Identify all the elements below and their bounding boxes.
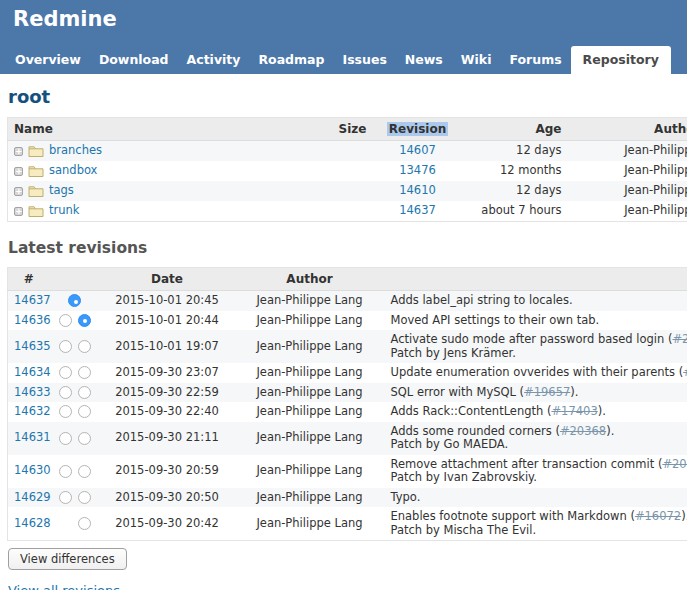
- rev-from-radio[interactable]: [59, 491, 72, 504]
- rev-to-radio[interactable]: [78, 386, 91, 399]
- rev-from-radio[interactable]: [59, 405, 72, 418]
- closed-issue-link[interactable]: #203: [662, 457, 687, 471]
- entry-age: 12 days: [458, 181, 568, 201]
- tab-overview[interactable]: Overview: [6, 46, 90, 74]
- directory-link[interactable]: branches: [49, 144, 102, 158]
- radio-group: [56, 340, 94, 353]
- rev-to-radio[interactable]: [78, 366, 91, 379]
- changeset-link[interactable]: 14628: [14, 516, 51, 530]
- repo-entry-row: +tags1461012 daysJean-Philippe Lang: [8, 181, 687, 201]
- rev-to-radio[interactable]: [78, 517, 91, 530]
- changeset-comment: Adds Rack::ContentLength (#17403).: [385, 402, 687, 422]
- changeset-row: 146352015-10-01 19:07Jean-Philippe LangA…: [8, 330, 687, 363]
- rev-from-radio[interactable]: [59, 314, 72, 327]
- changeset-author: Jean-Philippe Lang: [235, 330, 385, 363]
- closed-issue-link[interactable]: #17403: [551, 404, 597, 418]
- comment-line: Update enumeration ovverides with their …: [391, 366, 687, 380]
- directory-link[interactable]: trunk: [49, 204, 79, 218]
- tab-forums[interactable]: Forums: [500, 46, 570, 74]
- comment-line: Remove attachment after transaction comm…: [391, 458, 687, 472]
- rev-from-radio[interactable]: [59, 432, 72, 445]
- comment-text: Patch by Ivan Zabrovskiy.: [391, 470, 537, 484]
- entry-age: about 7 hours: [458, 201, 568, 222]
- closed-issue-link[interactable]: #16072: [635, 509, 681, 523]
- expand-icon[interactable]: +: [14, 167, 23, 176]
- changeset-radio-cell: [50, 311, 100, 331]
- tab-issues[interactable]: Issues: [333, 46, 395, 74]
- rev-to-radio[interactable]: [78, 340, 91, 353]
- column-header-size[interactable]: Size: [328, 118, 378, 141]
- column-header-revision[interactable]: Revision: [378, 118, 458, 141]
- revision-link[interactable]: 14610: [399, 183, 436, 197]
- column-header-author[interactable]: Author: [568, 118, 687, 141]
- rev-from-radio[interactable]: [59, 386, 72, 399]
- revision-link[interactable]: 13476: [399, 163, 436, 177]
- closed-issue-link[interactable]: #20368: [560, 424, 606, 438]
- repo-browser-table: Name Size Revision Age Author +branches1…: [7, 117, 687, 222]
- closed-issue-link[interactable]: #20: [672, 332, 687, 346]
- changeset-link[interactable]: 14636: [14, 313, 51, 327]
- changeset-radio-cell: [50, 488, 100, 508]
- expand-icon[interactable]: +: [14, 207, 23, 216]
- rev-from-radio[interactable]: [59, 340, 72, 353]
- comment-text: Update enumeration ovverides with their …: [391, 365, 684, 379]
- sorted-column-highlight[interactable]: Revision: [387, 122, 448, 136]
- changeset-row: 146322015-09-30 22:40Jean-Philippe LangA…: [8, 402, 687, 422]
- changeset-id-cell: 14633: [8, 383, 50, 403]
- changeset-comment: Remove attachment after transaction comm…: [385, 455, 687, 488]
- rev-from-radio[interactable]: [59, 465, 72, 478]
- comment-text: SQL error with MySQL (: [391, 385, 525, 399]
- rev-from-radio[interactable]: [68, 294, 81, 307]
- column-header-age[interactable]: Age: [458, 118, 568, 141]
- comment-text: ).: [570, 385, 578, 399]
- changeset-link[interactable]: 14634: [14, 365, 51, 379]
- radio-group: [56, 386, 94, 399]
- changeset-link[interactable]: 14633: [14, 385, 51, 399]
- entry-size: [328, 161, 378, 181]
- tab-roadmap[interactable]: Roadmap: [249, 46, 333, 74]
- rev-from-radio[interactable]: [59, 366, 72, 379]
- changeset-link[interactable]: 14637: [14, 293, 51, 307]
- changeset-id-cell: 14635: [8, 330, 50, 363]
- view-differences-button[interactable]: View differences: [8, 548, 127, 570]
- tab-news[interactable]: News: [396, 46, 452, 74]
- directory-link[interactable]: tags: [49, 184, 74, 198]
- changeset-comment: Activate sudo mode after password based …: [385, 330, 687, 363]
- changeset-date: 2015-10-01 19:07: [100, 330, 235, 363]
- changeset-radio-cell: [50, 422, 100, 455]
- tab-repository[interactable]: Repository: [571, 46, 671, 74]
- comment-text: Typo.: [391, 490, 421, 504]
- changeset-author: Jean-Philippe Lang: [235, 383, 385, 403]
- comment-text: Remove attachment after transaction comm…: [391, 457, 663, 471]
- rev-to-radio[interactable]: [78, 491, 91, 504]
- comment-line: Patch by Ivan Zabrovskiy.: [391, 471, 687, 485]
- tab-wiki[interactable]: Wiki: [452, 46, 501, 74]
- closed-issue-link[interactable]: #19657: [524, 385, 570, 399]
- changeset-author: Jean-Philippe Lang: [235, 507, 385, 541]
- directory-link[interactable]: sandbox: [49, 164, 97, 178]
- revision-link[interactable]: 14637: [399, 203, 436, 217]
- changeset-link[interactable]: 14632: [14, 404, 51, 418]
- tab-download[interactable]: Download: [90, 46, 178, 74]
- comment-line: Typo.: [391, 491, 687, 505]
- changeset-radio-cell: [50, 291, 100, 311]
- rev-to-radio[interactable]: [78, 465, 91, 478]
- changeset-link[interactable]: 14635: [14, 339, 51, 353]
- tab-activity[interactable]: Activity: [178, 46, 250, 74]
- column-header-name[interactable]: Name: [8, 118, 328, 141]
- changeset-date: 2015-09-30 22:40: [100, 402, 235, 422]
- rev-to-radio[interactable]: [78, 405, 91, 418]
- comment-text: Patch by Mischa The Evil.: [391, 523, 537, 537]
- rev-to-radio[interactable]: [78, 432, 91, 445]
- repo-entry-row: +trunk14637about 7 hoursJean-Philippe La…: [8, 201, 687, 222]
- changeset-link[interactable]: 14629: [14, 490, 51, 504]
- rev-to-radio[interactable]: [78, 314, 91, 327]
- changeset-link[interactable]: 14630: [14, 463, 51, 477]
- changeset-link[interactable]: 14631: [14, 430, 51, 444]
- closed-issue-link[interactable]: #2: [683, 365, 687, 379]
- expand-icon[interactable]: +: [14, 147, 23, 156]
- expand-icon[interactable]: +: [14, 187, 23, 196]
- view-all-revisions-link[interactable]: View all revisions: [8, 583, 120, 590]
- revision-link[interactable]: 14607: [399, 143, 436, 157]
- changeset-id-cell: 14634: [8, 363, 50, 383]
